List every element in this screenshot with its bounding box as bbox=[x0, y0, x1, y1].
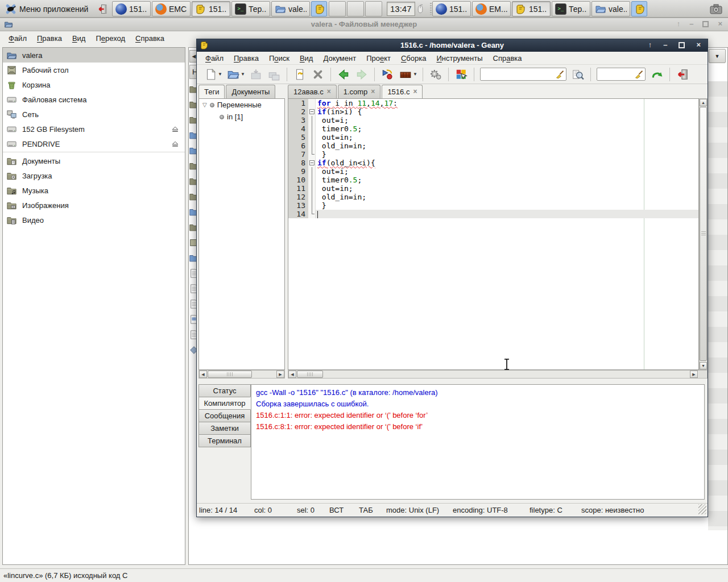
taskbar-button[interactable] bbox=[631, 1, 647, 16]
find-button[interactable] bbox=[570, 67, 585, 82]
fold-margin[interactable] bbox=[308, 150, 316, 159]
panel-blank-button[interactable] bbox=[347, 1, 364, 16]
geany-menu-инструменты[interactable]: Инструменты bbox=[431, 52, 487, 64]
fold-margin[interactable] bbox=[308, 210, 316, 218]
new-dropdown-icon[interactable]: ▼ bbox=[218, 72, 224, 77]
fm-sidebar-item-изображения[interactable]: Изображения bbox=[3, 198, 185, 213]
scroll-up-icon[interactable]: ▲ bbox=[700, 99, 707, 106]
sidebar-tab-теги[interactable]: Теги bbox=[198, 85, 225, 98]
geany-shade-button[interactable]: ↑ bbox=[648, 40, 652, 49]
fm-sidebar-item-152-gb-filesystem[interactable]: 152 GB Filesystem bbox=[3, 122, 185, 136]
open-button[interactable] bbox=[226, 67, 241, 82]
fm-maximize-button[interactable] bbox=[702, 21, 709, 27]
fold-margin[interactable] bbox=[308, 201, 316, 210]
code-line-1[interactable]: 1for i in 11,14,17: bbox=[288, 99, 698, 107]
code-line-6[interactable]: 6 old_in=in; bbox=[288, 142, 698, 150]
tab-close-icon[interactable]: × bbox=[413, 88, 417, 98]
tab-close-icon[interactable]: × bbox=[371, 88, 375, 98]
fm-sidebar-item-сеть[interactable]: Сеть bbox=[3, 107, 185, 122]
code-line-14[interactable]: 14 bbox=[288, 210, 698, 218]
scrollbar-thumb[interactable] bbox=[297, 371, 323, 378]
fold-margin[interactable] bbox=[308, 193, 316, 201]
close-button[interactable] bbox=[311, 67, 325, 82]
message-tab-компилятор[interactable]: Компилятор bbox=[198, 397, 251, 410]
panel-blank-button[interactable] bbox=[365, 1, 382, 16]
geany-minimize-button[interactable]: – bbox=[663, 40, 667, 49]
editor-tab-1.comp[interactable]: 1.comp× bbox=[338, 85, 381, 98]
fold-margin[interactable] bbox=[308, 159, 316, 167]
editor-tab-1516.c[interactable]: 1516.c× bbox=[382, 85, 423, 98]
geany-menu-проект[interactable]: Проект bbox=[361, 52, 396, 64]
screenshot-button[interactable] bbox=[705, 1, 725, 16]
geany-maximize-button[interactable] bbox=[679, 42, 685, 48]
fm-shade-button[interactable]: ↑ bbox=[677, 19, 681, 28]
eject-icon[interactable] bbox=[171, 126, 179, 132]
fold-margin[interactable] bbox=[308, 142, 316, 150]
fm-menu-правка[interactable]: Правка bbox=[32, 32, 67, 44]
fm-sidebar-item-рабочий-стол[interactable]: Рабочий стол bbox=[3, 63, 185, 77]
fold-margin[interactable] bbox=[308, 176, 316, 184]
eject-icon[interactable] bbox=[171, 140, 179, 147]
editor-horizontal-scrollbar[interactable]: ◀ ▶ bbox=[288, 370, 708, 379]
fold-margin[interactable] bbox=[308, 99, 316, 107]
fm-sidebar-item-корзина[interactable]: Корзина bbox=[3, 77, 185, 92]
code-line-7[interactable]: 7 } bbox=[288, 150, 698, 159]
code-line-4[interactable]: 4 timer0.5; bbox=[288, 124, 698, 133]
taskbar-button-vale[interactable]: vale... bbox=[592, 1, 630, 16]
open-dropdown-icon[interactable]: ▼ bbox=[241, 72, 246, 77]
compiler-output[interactable]: gcc -Wall -o "1516" "1516.c" (в каталоге… bbox=[251, 384, 705, 500]
taskbar-button-151[interactable]: 151... bbox=[512, 1, 551, 16]
compile-button[interactable] bbox=[380, 67, 395, 82]
message-tab-заметки[interactable]: Заметки bbox=[198, 422, 251, 435]
taskbar-button-151[interactable]: 151... bbox=[192, 1, 230, 16]
broom-clear-icon[interactable] bbox=[634, 69, 644, 79]
taskbar-button-EM[interactable]: EM... bbox=[472, 1, 511, 16]
scroll-down-icon[interactable]: ▼ bbox=[700, 362, 707, 369]
code-line-10[interactable]: 10 timer0.5; bbox=[288, 176, 698, 184]
taskbar-button[interactable] bbox=[311, 1, 327, 16]
symbol-item-row[interactable]: in [1] bbox=[199, 111, 284, 123]
geany-menu-файл[interactable]: Файл bbox=[200, 52, 229, 64]
resize-grip[interactable] bbox=[698, 504, 706, 514]
expander-icon[interactable]: ▽ bbox=[202, 102, 207, 108]
new-button[interactable] bbox=[203, 67, 218, 82]
panel-blank-button[interactable] bbox=[329, 1, 346, 16]
logout-button[interactable] bbox=[93, 1, 110, 16]
code-line-8[interactable]: 8if(old_in<i){ bbox=[288, 159, 698, 167]
fm-sidebar-item-pendrive[interactable]: PENDRIVE bbox=[3, 136, 185, 151]
taskbar-button-151[interactable]: 151... bbox=[112, 1, 151, 16]
taskbar-button-[interactable]: >_Тер... bbox=[231, 1, 270, 16]
fold-margin[interactable] bbox=[308, 167, 316, 176]
back-button[interactable] bbox=[336, 67, 351, 82]
code-line-13[interactable]: 13 } bbox=[288, 201, 698, 210]
fm-menu-переход[interactable]: Переход bbox=[90, 32, 130, 44]
fm-sidebar-item-файловая-система[interactable]: Файловая система bbox=[3, 92, 185, 107]
taskbar-button-EMC[interactable]: EMC... bbox=[152, 1, 191, 16]
goto-entry[interactable] bbox=[597, 68, 646, 81]
message-tab-статус[interactable]: Статус bbox=[198, 384, 251, 397]
fm-menu-файл[interactable]: Файл bbox=[3, 32, 32, 44]
code-line-5[interactable]: 5 out=in; bbox=[288, 133, 698, 142]
geany-close-button[interactable]: × bbox=[696, 40, 701, 49]
fm-sidebar-item-загрузка[interactable]: Загрузка bbox=[3, 168, 185, 183]
build-dropdown-icon[interactable]: ▼ bbox=[413, 72, 419, 77]
fm-titlebar[interactable]: valera - Файловый менеджер ↑ – × bbox=[0, 18, 728, 31]
execute-button[interactable] bbox=[428, 67, 443, 82]
code-area[interactable]: 1for i in 11,14,17:2if(in>i) {3 out=i;4 … bbox=[288, 99, 698, 218]
taskbar-button-[interactable]: >_Тер... bbox=[552, 1, 590, 16]
geany-menu-справка[interactable]: Справка bbox=[488, 52, 527, 64]
message-tab-терминал[interactable]: Терминал bbox=[198, 434, 251, 447]
revert-button[interactable] bbox=[292, 67, 307, 82]
code-line-2[interactable]: 2if(in>i) { bbox=[288, 107, 698, 116]
symbols-root-row[interactable]: ▽ Переменные bbox=[199, 99, 284, 111]
color-chooser-button[interactable] bbox=[454, 67, 469, 82]
fm-menu-вид[interactable]: Вид bbox=[67, 32, 91, 44]
sidebar-tab-документы[interactable]: Документы bbox=[226, 85, 275, 98]
fold-margin[interactable] bbox=[308, 124, 316, 133]
fm-menu-справка[interactable]: Справка bbox=[130, 32, 169, 44]
geany-editor[interactable]: 1for i in 11,14,17:2if(in>i) {3 out=i;4 … bbox=[288, 98, 699, 370]
fm-sidebar-item-valera[interactable]: valera bbox=[3, 48, 185, 63]
applications-menu-button[interactable]: Меню приложений bbox=[1, 1, 92, 16]
build-button[interactable] bbox=[398, 67, 413, 82]
fold-margin[interactable] bbox=[308, 107, 316, 116]
